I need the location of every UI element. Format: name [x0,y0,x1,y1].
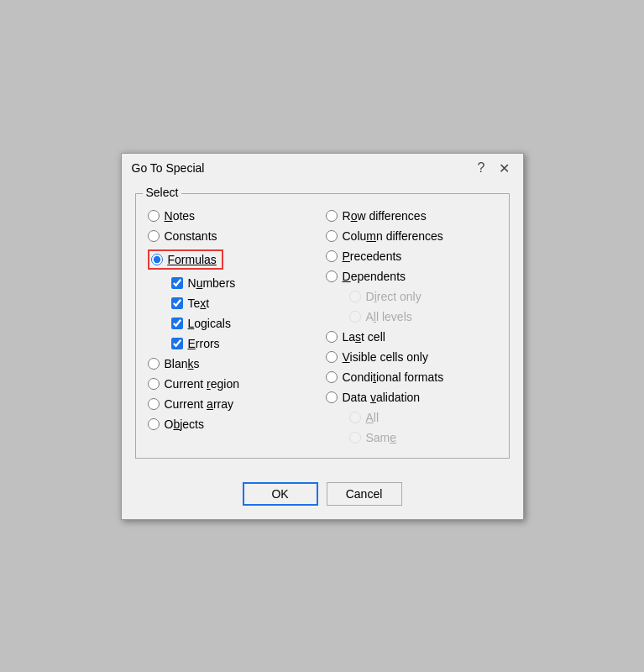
options-columns: Notes Constants Formulas [148,207,497,446]
same-val-label: Same [366,431,397,444]
option-all-levels[interactable]: All levels [349,308,497,325]
option-data-validation[interactable]: Data validation [326,389,497,406]
all-val-radio[interactable] [349,412,361,423]
direct-only-label: Direct only [366,290,421,303]
same-val-radio[interactable] [349,432,361,444]
help-button[interactable]: ? [474,160,489,176]
option-text[interactable]: Text [171,295,319,312]
dependents-label: Dependents [343,270,406,283]
notes-label: Notes [165,209,196,223]
data-validation-label: Data validation [343,391,421,404]
title-bar: Go To Special ? ✕ [122,154,523,181]
dialog-footer: OK Cancel [122,470,523,519]
current-region-radio[interactable] [148,378,160,390]
option-logicals[interactable]: Logicals [171,315,319,332]
conditional-radio[interactable] [326,371,338,383]
precedents-radio[interactable] [326,250,338,262]
numbers-label: Numbers [188,276,236,290]
current-array-label: Current array [165,397,234,411]
numbers-checkbox[interactable] [171,277,183,289]
go-to-special-dialog: Go To Special ? ✕ Select Notes [121,153,524,520]
all-levels-label: All levels [366,310,412,323]
blanks-label: Blanks [165,357,200,370]
text-checkbox[interactable] [171,297,183,309]
option-numbers[interactable]: Numbers [171,275,319,291]
logicals-checkbox[interactable] [171,318,183,329]
option-col-diff[interactable]: Column differences [326,228,497,244]
visible-cells-label: Visible cells only [343,350,428,364]
row-diff-radio[interactable] [326,210,338,222]
all-levels-radio[interactable] [349,311,361,323]
ok-button[interactable]: OK [243,482,318,506]
option-visible-cells[interactable]: Visible cells only [326,349,497,365]
cancel-button[interactable]: Cancel [327,482,402,506]
select-group: Select Notes Constants [135,193,510,459]
option-errors[interactable]: Errors [171,335,319,352]
title-bar-buttons: ? ✕ [474,160,513,176]
option-row-diff[interactable]: Row differences [326,207,497,224]
all-val-label: All [366,411,380,424]
option-direct-only[interactable]: Direct only [349,288,497,305]
left-column: Notes Constants Formulas [148,207,319,446]
formulas-highlight-box: Formulas [148,249,223,270]
group-label: Select [143,186,182,199]
option-notes[interactable]: Notes [148,207,319,224]
conditional-label: Conditional formats [343,370,444,384]
right-column: Row differences Column differences Prece… [319,207,497,446]
option-current-array[interactable]: Current array [148,396,319,412]
col-diff-radio[interactable] [326,230,338,242]
option-precedents[interactable]: Precedents [326,248,497,265]
option-formulas[interactable]: Formulas [148,248,319,271]
dialog-body: Select Notes Constants [122,181,523,470]
current-array-radio[interactable] [148,398,160,410]
visible-cells-radio[interactable] [326,351,338,363]
formulas-radio[interactable] [151,254,163,265]
objects-radio[interactable] [148,418,160,430]
direct-only-radio[interactable] [349,291,361,302]
option-blanks[interactable]: Blanks [148,355,319,372]
option-last-cell[interactable]: Last cell [326,328,497,345]
errors-label: Errors [188,337,220,350]
col-diff-label: Column differences [343,229,443,243]
constants-radio[interactable] [148,230,160,242]
last-cell-label: Last cell [343,330,385,344]
last-cell-radio[interactable] [326,331,338,343]
option-same-val[interactable]: Same [349,429,497,446]
errors-checkbox[interactable] [171,338,183,349]
row-diff-label: Row differences [343,209,427,223]
option-objects[interactable]: Objects [148,416,319,433]
notes-radio[interactable] [148,210,160,222]
data-validation-radio[interactable] [326,391,338,403]
dependents-radio[interactable] [326,270,338,282]
formulas-label: Formulas [168,253,217,266]
close-button[interactable]: ✕ [495,160,513,176]
current-region-label: Current region [165,377,240,391]
dialog-title: Go To Special [132,161,205,175]
constants-label: Constants [165,229,217,243]
option-dependents[interactable]: Dependents [326,268,497,285]
precedents-label: Precedents [343,249,402,263]
option-conditional-formats[interactable]: Conditional formats [326,369,497,386]
logicals-label: Logicals [188,317,231,330]
option-all-val[interactable]: All [349,409,497,426]
option-constants[interactable]: Constants [148,228,319,244]
objects-label: Objects [165,417,204,431]
option-current-region[interactable]: Current region [148,375,319,392]
blanks-radio[interactable] [148,358,160,370]
text-label: Text [188,297,210,310]
